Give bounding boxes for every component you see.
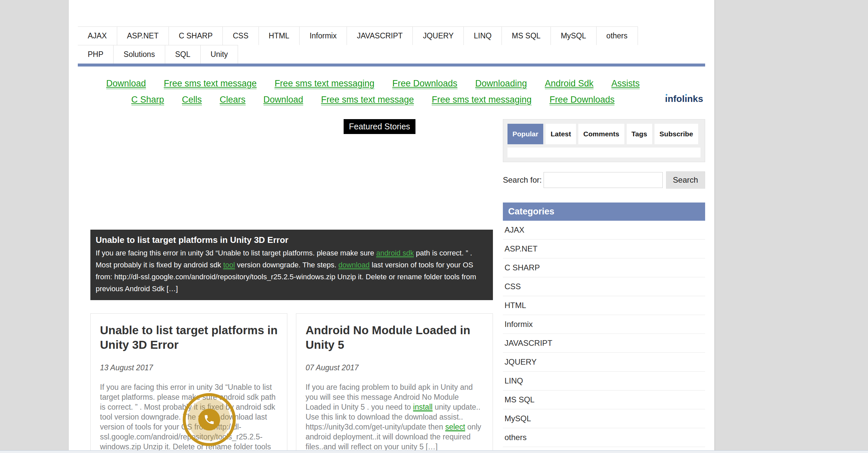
infolinks-logo[interactable]: ınfolınks	[665, 94, 703, 104]
nav-tab[interactable]: MS SQL	[502, 27, 551, 45]
category-item[interactable]: AJAX	[503, 221, 705, 239]
search-form: Search for: Search	[503, 171, 705, 189]
search-label: Search for:	[503, 175, 541, 185]
nav-row-2: PHPSolutionsSQLUnity	[78, 45, 705, 64]
nav-tab[interactable]: Solutions	[114, 45, 165, 64]
category-item[interactable]: MS SQL	[503, 390, 705, 409]
ad-links-row-1: DownloadFree sms text messageFree sms te…	[78, 78, 668, 89]
in-text-ad-link[interactable]: install	[413, 403, 433, 412]
in-text-ad-link[interactable]: select	[445, 423, 465, 431]
sidebar-tab[interactable]: Latest	[546, 124, 576, 144]
nav-accent-bar	[78, 64, 705, 66]
nav-tab[interactable]: ASP.NET	[117, 27, 169, 45]
ad-text-link[interactable]: Free sms text messaging	[432, 95, 532, 105]
featured-stories-label: Featured Stories	[344, 119, 415, 134]
sidebar-tab[interactable]: Tags	[627, 124, 652, 144]
nav-tab[interactable]: HTML	[259, 27, 300, 45]
ad-links-row-2: C SharpCellsClearsDownloadFree sms text …	[78, 95, 668, 105]
categories-list: AJAXASP.NETC SHARPCSSHTMLInformixJAVASCR…	[503, 221, 705, 447]
featured-story-excerpt: If you are facing this error in unity 3d…	[96, 247, 488, 295]
bottom-scrollbar-strip[interactable]	[0, 450, 868, 453]
category-item[interactable]: LINQ	[503, 371, 705, 390]
nav-tab[interactable]: AJAX	[78, 27, 117, 45]
main-nav: AJAXASP.NETC SHARPCSSHTMLInformixJAVASCR…	[78, 27, 705, 66]
category-item[interactable]: MySQL	[503, 409, 705, 428]
desktop-background-left	[0, 0, 69, 453]
article-title[interactable]: Unable to list target platforms in Unity…	[100, 323, 278, 352]
in-text-ad-link[interactable]: download	[338, 261, 369, 270]
nav-tab[interactable]: JAVASCRIPT	[347, 27, 413, 45]
nav-tab[interactable]: JQUERY	[413, 27, 464, 45]
category-item[interactable]: JQUERY	[503, 353, 705, 371]
sidebar-tab[interactable]: Subscribe	[654, 124, 698, 144]
infolinks-logo-text: ınfolınks	[665, 94, 703, 104]
search-button[interactable]: Search	[666, 171, 705, 189]
ad-links-block: DownloadFree sms text messageFree sms te…	[78, 78, 668, 105]
nav-tab[interactable]: MySQL	[551, 27, 596, 45]
nav-tab[interactable]: others	[596, 27, 638, 45]
in-text-ad-link[interactable]: tool	[223, 261, 235, 270]
content-column: Featured Stories Unable to list target p…	[90, 119, 493, 453]
sidebar-tabs: PopularLatestCommentsTagsSubscribe	[507, 124, 701, 144]
category-item[interactable]: others	[503, 428, 705, 447]
category-item[interactable]: ASP.NET	[503, 239, 705, 258]
nav-tab[interactable]: CSS	[223, 27, 258, 45]
article-list: Unable to list target platforms in Unity…	[90, 313, 493, 453]
ad-text-link[interactable]: C Sharp	[131, 95, 164, 105]
article-excerpt: If you are facing problem to build apk i…	[306, 382, 483, 452]
sidebar: PopularLatestCommentsTagsSubscribe Searc…	[503, 119, 705, 447]
ad-text-link[interactable]: Downloading	[475, 78, 527, 89]
ad-text-link[interactable]: Free Downloads	[550, 95, 615, 105]
nav-tab[interactable]: Unity	[200, 45, 238, 64]
site-page: AJAXASP.NETC SHARPCSSHTMLInformixJAVASCR…	[69, 0, 715, 453]
ad-text-link[interactable]: Free sms text message	[164, 78, 257, 89]
categories-header: Categories	[503, 202, 705, 221]
ad-text-link[interactable]: Free sms text messaging	[274, 78, 374, 89]
article-card: Android No Module Loaded in Unity 5 07 A…	[296, 313, 493, 453]
ad-text-link[interactable]: Clears	[220, 95, 246, 105]
sidebar-tab-content	[507, 148, 701, 158]
ad-text-link[interactable]: Free Downloads	[392, 78, 458, 89]
ad-text-link[interactable]: Android Sdk	[545, 78, 594, 89]
article-title[interactable]: Android No Module Loaded in Unity 5	[306, 323, 483, 352]
featured-story-box: Unable to list target platforms in Unity…	[90, 230, 493, 300]
search-input[interactable]	[544, 172, 662, 188]
sidebar-tab-widget: PopularLatestCommentsTagsSubscribe	[503, 119, 705, 162]
ad-text-link[interactable]: Cells	[182, 95, 202, 105]
nav-row-1: AJAXASP.NETC SHARPCSSHTMLInformixJAVASCR…	[78, 27, 705, 45]
main-content: Featured Stories Unable to list target p…	[90, 119, 705, 453]
ad-text-link[interactable]: Download	[264, 95, 303, 105]
article-date: 07 August 2017	[306, 363, 483, 372]
nav-tab[interactable]: LINQ	[464, 27, 502, 45]
ad-text-link[interactable]: Free sms text message	[321, 95, 414, 105]
nav-tab[interactable]: Informix	[300, 27, 347, 45]
category-item[interactable]: C SHARP	[503, 258, 705, 277]
category-item[interactable]: JAVASCRIPT	[503, 334, 705, 353]
nav-tab[interactable]: SQL	[165, 45, 200, 64]
ad-text-link[interactable]: Assists	[612, 78, 640, 89]
ad-text-link[interactable]: Download	[106, 78, 146, 89]
sidebar-tab[interactable]: Popular	[507, 124, 543, 144]
article-date: 13 August 2017	[100, 363, 278, 372]
call-button[interactable]	[198, 409, 220, 430]
nav-tab[interactable]: C SHARP	[169, 27, 223, 45]
phone-icon	[203, 414, 215, 425]
nav-tab[interactable]: PHP	[78, 45, 114, 64]
sidebar-tab[interactable]: Comments	[578, 124, 624, 144]
category-item[interactable]: HTML	[503, 296, 705, 315]
call-widget	[183, 393, 236, 446]
category-item[interactable]: Informix	[503, 315, 705, 334]
category-item[interactable]: CSS	[503, 277, 705, 296]
in-text-ad-link[interactable]: android sdk	[376, 249, 414, 258]
featured-story-title: Unable to list target platforms in Unity…	[96, 235, 488, 245]
